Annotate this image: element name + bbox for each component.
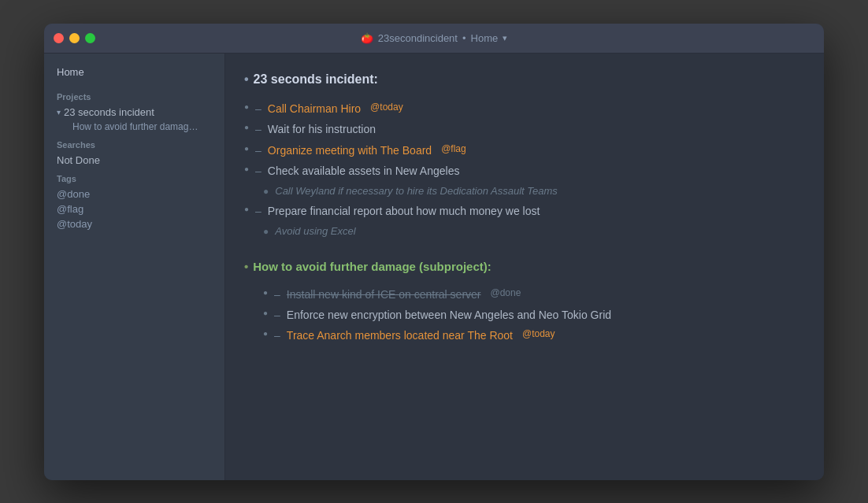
project-title: 23 seconds incident: [244,69,805,90]
main-content: 23 seconds incident: ● – Call Chairman H… [225,54,824,480]
app-window: 🍅 23secondincident • Home ▾ Home Project… [44,24,824,480]
task-text-trace-anarch: Trace Anarch members located near The Ro… [287,327,513,344]
task-dash: – [255,202,262,220]
sidebar-item-tag-done[interactable]: @done [44,187,224,202]
list-item: ● – Organize meeting with The Board @fla… [244,140,805,161]
bullet-icon: ● [263,327,268,340]
project-name: 23 seconds incident [64,106,154,118]
task-list: ● – Call Chairman Hiro @today ● – Wait f… [244,98,805,242]
task-text-call-weyland: Call Weyland if necessary to hire its De… [275,183,558,200]
task-text-install-ice: Install new kind of ICE on central serve… [287,286,481,303]
bullet-icon: ● [244,142,249,155]
titlebar: 🍅 23secondincident • Home ▾ [44,24,824,54]
title-chevron[interactable]: ▾ [503,33,507,43]
list-item: ● – Prepare financial report about how m… [244,201,805,221]
task-text-enforce-encryption: Enforce new encryption between New Angel… [287,306,611,324]
subtask-list: ● – Install new kind of ICE on central s… [244,284,805,346]
task-dash: – [255,100,262,117]
bullet-icon: ● [244,203,249,216]
list-item: ● – Enforce new encryption between New A… [244,305,805,325]
list-item: ● Call Weyland if necessary to hire its … [244,182,805,202]
bullet-icon: ● [263,224,269,239]
list-item: ● Avoid using Excel [244,222,805,242]
bullet-icon: ● [244,163,249,176]
subproject-title: How to avoid further damage (subproject)… [244,257,805,276]
sidebar-item-tag-today[interactable]: @today [44,216,224,231]
list-item: ● – Trace Anarch members located near Th… [244,325,805,346]
bullet-icon: ● [244,101,249,113]
title-location: Home [471,32,499,44]
triangle-icon: ▾ [57,108,61,117]
sidebar-home[interactable]: Home [44,63,224,86]
tag-done: @done [491,286,521,301]
task-text-organize-meeting: Organize meeting with The Board [268,142,432,159]
sidebar-item-tag-flag[interactable]: @flag [44,202,224,216]
subproject-title-text: How to avoid further damage (subproject)… [253,257,491,276]
task-dash: – [255,120,262,138]
list-item: ● – Wait for his instruction [244,119,805,139]
bullet-icon: ● [244,121,249,134]
list-item: ● – Check available assets in New Angele… [244,161,805,181]
traffic-lights [54,33,95,43]
tag-today: @today [370,100,403,115]
sidebar-item-project[interactable]: ▾ 23 seconds incident [44,105,224,120]
list-item: ● – Call Chairman Hiro @today [244,98,805,119]
task-dash: – [274,306,280,324]
sidebar-tags-label: Tags [44,168,224,187]
project-title-text: 23 seconds incident: [254,69,378,90]
task-text-prepare-financial: Prepare financial report about how much … [268,202,540,220]
sidebar-searches-label: Searches [44,134,224,153]
sidebar: Home Projects ▾ 23 seconds incident How … [44,54,225,480]
maximize-button[interactable] [85,33,95,43]
sidebar-projects-label: Projects [44,86,224,105]
task-text-call-chairman: Call Chairman Hiro [268,100,361,117]
task-text-wait-instruction: Wait for his instruction [268,120,376,138]
minimize-button[interactable] [69,33,80,43]
bullet-icon: ● [263,287,268,299]
task-dash: – [274,327,280,344]
sidebar-item-not-done[interactable]: Not Done [44,153,224,168]
list-item: ● – Install new kind of ICE on central s… [244,284,805,305]
task-dash: – [255,142,262,159]
title-separator: • [462,32,466,44]
app-icon: 🍅 [361,32,373,44]
window-title: 🍅 23secondincident • Home ▾ [361,32,507,44]
tag-flag: @flag [441,142,466,157]
tag-today: @today [522,327,555,342]
close-button[interactable] [54,33,64,43]
task-text-check-assets: Check available assets in New Angeles [268,162,460,179]
sidebar-item-subproject[interactable]: How to avoid further damag… [44,120,224,134]
task-dash: – [255,162,262,179]
bullet-icon: ● [263,307,268,320]
window-body: Home Projects ▾ 23 seconds incident How … [44,54,824,480]
title-text: 23secondincident [378,32,458,44]
task-text-avoid-excel: Avoid using Excel [275,224,355,240]
task-dash: – [274,286,280,303]
bullet-icon: ● [263,184,269,199]
